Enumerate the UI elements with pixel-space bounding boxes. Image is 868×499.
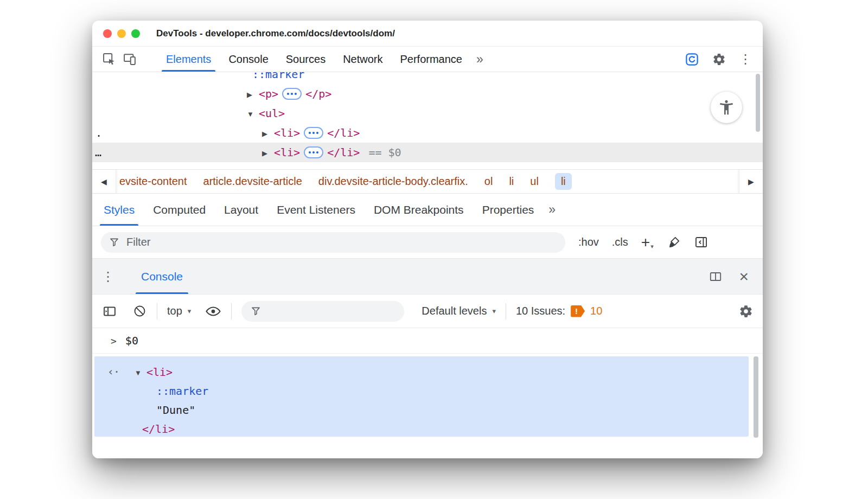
tab-layout[interactable]: Layout [215,194,267,226]
dom-node-ul[interactable]: ▼<ul> [92,104,763,123]
filter-funnel-icon [250,305,261,317]
styles-filter-input[interactable]: Filter [101,232,565,253]
window-title: DevTools - developer.chrome.com/docs/dev… [156,28,395,39]
dom-node-li-selected[interactable]: ▶<li></li>==$0 [92,143,763,162]
issues-counter[interactable]: 10 Issues: ! 10 [516,305,602,317]
divider [157,303,157,319]
collapsed-ellipsis-icon[interactable] [304,127,323,139]
breadcrumb-scroll-right-icon[interactable]: ▶ [739,170,763,193]
collapsed-ellipsis-icon[interactable] [282,88,302,100]
log-levels-select[interactable]: Default levels ▾ [422,305,496,317]
breadcrumb-item-selected[interactable]: li [555,173,572,190]
tab-elements[interactable]: Elements [157,47,220,72]
styles-sidebar-tabs: Styles Computed Layout Event Listeners D… [92,194,763,226]
tab-performance[interactable]: Performance [392,47,471,72]
new-style-rule-button[interactable]: +▾ [641,235,654,250]
breadcrumb-item[interactable]: ol [484,175,493,188]
elements-scrollbar-thumb[interactable] [756,74,760,132]
breadcrumb-scroll-left-icon[interactable]: ◀ [92,170,116,193]
toggle-class-button[interactable]: .cls [612,236,628,248]
clear-console-icon[interactable] [132,304,147,318]
breadcrumb-item[interactable]: article.devsite-article [203,175,302,188]
tab-event-listeners[interactable]: Event Listeners [267,194,365,226]
tab-network[interactable]: Network [334,47,391,72]
chevron-down-icon: ▾ [492,307,496,315]
console-scrollbar-thumb[interactable] [754,356,758,438]
expand-arrow-icon[interactable]: ▶ [262,144,274,163]
close-drawer-icon[interactable]: × [739,268,749,285]
inspect-element-icon[interactable] [99,47,119,72]
tab-styles[interactable]: Styles [94,194,144,226]
expand-arrow-icon[interactable]: ▶ [262,124,274,144]
live-expression-eye-icon[interactable] [205,303,221,319]
sync-icon[interactable] [685,52,699,67]
console-toolbar: top ▾ Default levels ▾ 10 Issues: ! 10 [92,295,763,328]
accessibility-icon [718,99,735,116]
collapse-arrow-icon[interactable]: ▼ [247,105,259,124]
result-text-node: "Dune" [156,401,195,419]
dom-breadcrumb-bar: ◀ evsite-content article.devsite-article… [92,169,763,194]
close-window-button[interactable] [103,29,112,38]
expand-arrow-icon[interactable]: ▶ [247,85,259,105]
tab-computed[interactable]: Computed [144,194,215,226]
evaluated-expression-text: $0 [125,334,138,347]
console-evaluated-expression[interactable]: > $0 [92,328,763,354]
console-filter-input[interactable] [241,301,404,322]
dom-node-li[interactable]: ▶<li></li> [92,123,763,143]
filter-funnel-icon [108,236,120,248]
issues-warning-icon: ! [571,305,585,317]
returned-value-icon: ‹· [107,365,119,378]
drawer-menu-kebab-icon[interactable]: ⋮ [92,259,124,294]
tab-console-drawer[interactable]: Console [136,259,188,294]
chevron-down-icon: ▾ [650,244,654,250]
console-settings-gear-icon[interactable] [739,304,753,318]
fullscreen-window-button[interactable] [131,29,140,38]
rendering-brush-icon[interactable] [667,235,681,250]
clipped-text-dot: . [95,123,102,143]
breadcrumb: evsite-content article.devsite-article d… [116,170,572,193]
clipped-text-ellipsis: … [95,143,102,162]
divider [231,303,232,319]
more-tabs-icon[interactable]: » [471,47,489,72]
execution-context-select[interactable]: top ▾ [167,305,191,317]
tab-sources[interactable]: Sources [277,47,334,72]
result-close-tag: </li> [142,420,175,438]
dollar-zero-annotation: ==$0 [368,146,401,159]
chevron-down-icon: ▾ [188,307,192,315]
split-panel-icon[interactable] [709,270,723,284]
dom-node-p[interactable]: ▶<p></p> [92,84,763,104]
drawer-controls: × [709,259,763,294]
toolbar-right-controls: ⋮ [685,47,763,72]
minimize-window-button[interactable] [117,29,126,38]
console-result-node[interactable]: ‹· ▼<li> ::marker "Dune" </li> [94,356,749,437]
tab-console[interactable]: Console [220,47,277,72]
traffic-lights [103,29,140,38]
tab-dom-breakpoints[interactable]: DOM Breakpoints [365,194,473,226]
accessibility-fab[interactable] [711,92,742,123]
breadcrumb-item[interactable]: li [509,175,514,188]
divider [506,303,506,319]
breadcrumb-item[interactable]: evsite-content [119,175,187,188]
breadcrumb-item[interactable]: ul [530,175,539,188]
devtools-window: DevTools - developer.chrome.com/docs/dev… [92,21,763,458]
console-drawer-header: ⋮ Console × [92,259,763,295]
dom-pseudo-marker-row[interactable]: ::marker [92,72,763,84]
devtools-main-toolbar: Elements Console Sources Network Perform… [92,47,763,72]
collapsed-ellipsis-icon[interactable] [304,146,323,158]
panel-tabs: Elements Console Sources Network Perform… [157,47,471,72]
toggle-hover-state-button[interactable]: :hov [578,236,599,248]
breadcrumb-item[interactable]: div.devsite-article-body.clearfix. [318,175,468,188]
console-log-area: > $0 ‹· ▼<li> ::marker "Dune" </li> [92,328,763,458]
prompt-chevron-icon: > [111,335,117,347]
tab-properties[interactable]: Properties [473,194,544,226]
more-sidebar-tabs-icon[interactable]: » [543,194,561,226]
settings-gear-icon[interactable] [712,53,726,66]
device-toolbar-icon[interactable] [119,47,140,72]
collapse-arrow-icon[interactable]: ▼ [135,364,146,382]
toggle-sidebar-panel-icon[interactable] [694,235,709,250]
result-open-tag: <li> [146,366,173,379]
console-sidebar-toggle-icon[interactable] [102,304,117,319]
styles-filter-row: Filter :hov .cls +▾ [92,226,763,259]
filter-placeholder: Filter [126,236,150,248]
main-menu-kebab-icon[interactable]: ⋮ [739,53,752,66]
